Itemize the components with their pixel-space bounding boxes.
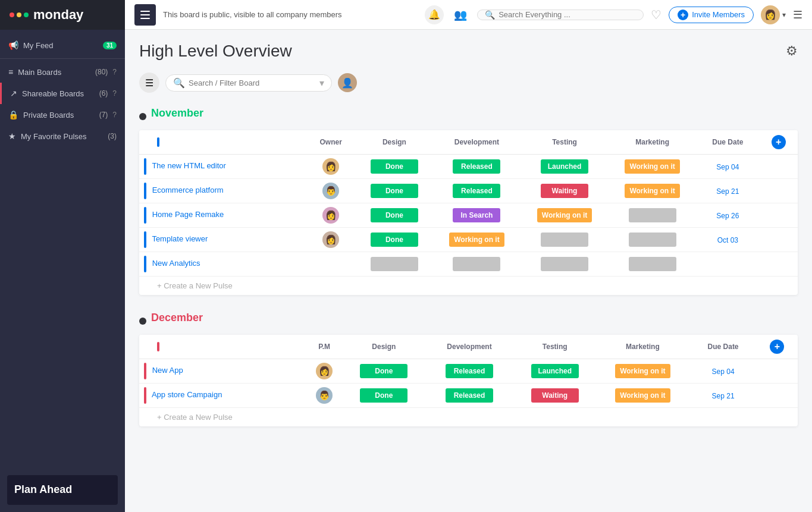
status-marketing[interactable]: Working on it <box>596 359 689 384</box>
private-help-icon[interactable]: ? <box>112 111 117 119</box>
status-testing[interactable]: Waiting <box>521 179 609 203</box>
status-testing[interactable]: Launched <box>514 359 596 384</box>
add-pulse-cell[interactable]: + Create a New Pulse <box>139 408 798 427</box>
sidebar-item-private-boards[interactable]: 🔒 Private Boards (7) ? <box>0 104 125 125</box>
add-pulse-row[interactable]: + Create a New Pulse <box>139 408 798 427</box>
heart-icon[interactable]: ♡ <box>651 8 661 22</box>
status-marketing[interactable]: Working on it <box>596 384 689 408</box>
row-owner: 👩 <box>306 155 356 179</box>
filter-button[interactable]: ☰ <box>139 73 159 93</box>
row-title-cell: New App <box>139 359 306 384</box>
logo-text: monday <box>33 7 83 23</box>
status-development[interactable]: Working on it <box>433 228 521 252</box>
main-boards-icon: ≡ <box>8 67 13 77</box>
sidebar-item-main-boards[interactable]: ≡ Main Boards (80) ? <box>0 61 125 83</box>
status-design[interactable] <box>356 252 432 277</box>
search-dropdown-icon[interactable]: ▾ <box>319 77 324 89</box>
sidebar-item-shareable-boards[interactable]: ↗ Shareable Boards (6) ? <box>0 83 125 104</box>
col-design-dec: Design <box>343 335 425 359</box>
add-column-button[interactable]: + <box>772 135 786 149</box>
status-development[interactable]: Released <box>433 155 521 179</box>
row-extra <box>759 203 798 228</box>
status-marketing[interactable] <box>609 228 697 252</box>
status-badge-design: Done <box>371 208 418 222</box>
logo-dot-red <box>10 12 14 17</box>
status-development[interactable]: In Search <box>433 203 521 228</box>
board-settings-icon[interactable]: ⚙ <box>786 43 798 59</box>
people-icon[interactable]: 👥 <box>451 5 470 24</box>
status-design[interactable]: Done <box>356 155 432 179</box>
board-search-input[interactable] <box>189 78 316 87</box>
december-header: December <box>151 312 203 324</box>
col-add-dec[interactable]: + <box>757 335 798 359</box>
owner-avatar: 👩 <box>316 363 333 379</box>
status-development[interactable]: Released <box>425 359 513 384</box>
status-marketing[interactable] <box>609 203 697 228</box>
row-owner: 👩 <box>306 228 356 252</box>
status-testing[interactable] <box>521 252 609 277</box>
main-boards-help-icon[interactable]: ? <box>112 68 117 76</box>
status-marketing[interactable]: Working on it <box>609 155 697 179</box>
add-pulse-row[interactable]: + Create a New Pulse <box>139 277 798 296</box>
add-column-dec-button[interactable]: + <box>770 340 784 354</box>
col-due-date: Due Date <box>696 130 759 155</box>
row-title[interactable]: Home Page Remake <box>152 210 224 219</box>
due-date-value: Sep 04 <box>712 367 735 376</box>
table-row: New Analytics <box>139 252 798 277</box>
status-marketing[interactable] <box>609 252 697 277</box>
sidebar-item-my-feed[interactable]: 📢 My Feed 31 <box>0 34 125 56</box>
user-avatar-area[interactable]: 👩 ▾ <box>761 5 786 24</box>
row-owner: 👩 <box>306 359 343 384</box>
status-development[interactable] <box>433 252 521 277</box>
avatar-chevron-icon: ▾ <box>782 11 786 19</box>
status-development[interactable]: Released <box>433 179 521 203</box>
status-badge-testing: Working on it <box>537 208 592 222</box>
status-design[interactable]: Done <box>356 228 432 252</box>
status-testing[interactable]: Waiting <box>514 384 596 408</box>
status-badge-design: Done <box>371 159 418 174</box>
topbar-search[interactable]: 🔍 <box>477 10 644 20</box>
status-design[interactable]: Done <box>343 359 425 384</box>
row-title-cell: App store Campaign <box>139 384 306 408</box>
status-testing[interactable]: Working on it <box>521 203 609 228</box>
status-development[interactable]: Released <box>425 384 513 408</box>
row-owner: 👨 <box>306 384 343 408</box>
owner-avatar: 👩 <box>322 207 339 224</box>
col-add[interactable]: + <box>759 130 798 155</box>
status-badge-testing: Waiting <box>531 388 579 403</box>
plan-ahead-box[interactable]: Plan Ahead <box>7 475 118 505</box>
row-title[interactable]: New App <box>152 366 183 375</box>
sidebar-item-favorites[interactable]: ★ My Favorite Pulses (3) <box>0 125 125 147</box>
due-date-value: Sep 21 <box>712 392 735 400</box>
status-design[interactable]: Done <box>356 179 432 203</box>
status-design[interactable]: Done <box>356 203 432 228</box>
row-owner: 👩 <box>306 203 356 228</box>
row-title[interactable]: Ecommerce platform <box>152 186 224 194</box>
status-badge-marketing: Working on it <box>625 184 679 198</box>
favorites-count: (3) <box>108 132 117 140</box>
add-pulse-cell[interactable]: + Create a New Pulse <box>139 277 798 296</box>
invite-members-button[interactable]: + Invite Members <box>669 7 754 23</box>
board-search[interactable]: 🔍 ▾ <box>165 74 332 92</box>
private-icon: 🔒 <box>8 110 18 120</box>
board-notice: This board is public, visible to all com… <box>163 10 418 19</box>
topbar-search-input[interactable] <box>499 10 636 19</box>
row-title[interactable]: New Analytics <box>152 259 200 268</box>
sidebar-label-my-feed: My Feed <box>23 41 98 50</box>
status-testing[interactable] <box>521 228 609 252</box>
row-due-date: Sep 04 <box>696 155 759 179</box>
status-design[interactable]: Done <box>343 384 425 408</box>
table-row: Home Page Remake 👩 DoneIn SearchWorking … <box>139 203 798 228</box>
shareable-help-icon[interactable]: ? <box>112 89 117 98</box>
shareable-count: (6) <box>99 89 108 98</box>
hamburger-button[interactable] <box>134 4 156 26</box>
row-title[interactable]: The new HTML editor <box>152 161 226 170</box>
notification-bell[interactable]: 🔔 <box>425 5 444 24</box>
topbar-menu-icon[interactable]: ☰ <box>793 8 802 21</box>
board-person-filter[interactable]: 👤 <box>338 73 357 92</box>
row-title[interactable]: App store Campaign <box>152 390 222 399</box>
row-title[interactable]: Template viewer <box>152 234 208 243</box>
status-badge-design: Done <box>360 388 407 403</box>
status-marketing[interactable]: Working on it <box>609 179 697 203</box>
status-testing[interactable]: Launched <box>521 155 609 179</box>
